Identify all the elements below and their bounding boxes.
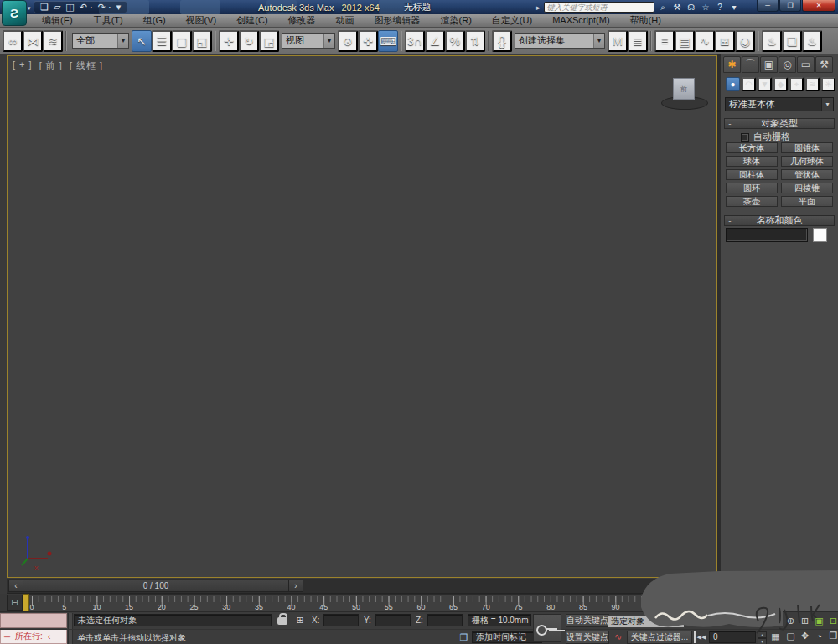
tab-create[interactable]: ✱: [723, 56, 741, 73]
menu-item-modifiers[interactable]: 修改器: [278, 14, 326, 27]
chevron-down-icon[interactable]: ▾: [117, 34, 128, 48]
communication-center-icon[interactable]: ☊: [686, 3, 697, 12]
orbit-button[interactable]: ◔: [813, 630, 825, 642]
window-crossing-button[interactable]: ◱: [192, 30, 212, 52]
select-and-rotate-button[interactable]: ↻: [239, 30, 259, 52]
subtab-shapes[interactable]: ◠: [742, 77, 756, 91]
infocenter-options-icon[interactable]: ▾: [729, 3, 740, 12]
object-type-pyramid-button[interactable]: 四棱锥: [781, 183, 833, 193]
align-button[interactable]: ≣: [628, 30, 648, 52]
material-editor-button[interactable]: ◉: [735, 30, 755, 52]
object-type-torus-button[interactable]: 圆环: [726, 183, 778, 193]
tab-modify[interactable]: ⌒: [742, 56, 759, 73]
curve-editor-button[interactable]: ∿: [695, 30, 715, 52]
rectangular-selection-region-button[interactable]: ▢: [172, 30, 192, 52]
reference-coordinate-system-dropdown[interactable]: 视图▾: [282, 33, 335, 49]
viewport-front[interactable]: [ + ] [ 前 ] [ 线框 ] 前 x: [7, 55, 717, 578]
render-setup-button[interactable]: ♨: [762, 30, 782, 52]
viewcube[interactable]: 前: [660, 75, 710, 113]
collapse-icon[interactable]: -: [725, 216, 735, 225]
open-mini-curve-editor-button[interactable]: ⊟: [7, 595, 23, 611]
subtab-lights[interactable]: ▼: [758, 77, 772, 91]
select-and-move-button[interactable]: ✛: [219, 30, 239, 52]
object-type-cylinder-button[interactable]: 圆柱体: [726, 169, 778, 180]
previous-frame-button[interactable]: ‹: [8, 580, 23, 592]
rendered-frame-window-button[interactable]: ❏: [782, 30, 802, 52]
schematic-view-button[interactable]: ⊞: [715, 30, 735, 52]
menu-item-tools[interactable]: 工具(T): [83, 14, 133, 27]
selection-lock-toggle[interactable]: [276, 616, 289, 626]
render-production-button[interactable]: ♨: [802, 30, 822, 52]
subscription-icon[interactable]: ⚒: [672, 3, 683, 12]
zoom-region-button[interactable]: ▢: [784, 630, 797, 642]
open-file-icon[interactable]: ▱: [54, 2, 60, 13]
rollout-name-color[interactable]: - 名称和颜色: [724, 215, 835, 226]
zoom-extents-button[interactable]: ▣: [813, 615, 825, 627]
menu-item-animation[interactable]: 动画: [326, 14, 365, 27]
bind-to-space-warp-button[interactable]: ≋: [43, 30, 63, 52]
tab-display[interactable]: ▭: [797, 56, 815, 73]
toggle-set-key-mode-button[interactable]: [533, 614, 561, 642]
new-scene-icon[interactable]: ❏: [40, 2, 49, 13]
select-and-link-button[interactable]: ∞: [3, 30, 23, 52]
time-slider-handle[interactable]: ‹ 0 / 100 ›: [8, 580, 303, 592]
minimize-button[interactable]: ─: [757, 0, 779, 12]
object-type-plane-button[interactable]: 平面: [781, 196, 833, 207]
object-color-swatch[interactable]: [813, 228, 827, 242]
object-type-tube-button[interactable]: 管状体: [781, 169, 833, 180]
close-button[interactable]: ✕: [802, 0, 835, 12]
pan-button[interactable]: ✥: [799, 630, 811, 642]
menu-item-maxscript[interactable]: MAXScript(M): [542, 14, 619, 27]
save-file-icon[interactable]: ◫: [65, 2, 74, 13]
object-type-box-button[interactable]: 长方体: [726, 142, 778, 153]
application-menu-button[interactable]: Ƨ: [2, 0, 27, 26]
viewport-menu-general[interactable]: [ + ]: [13, 59, 33, 72]
tab-hierarchy[interactable]: ▣: [760, 56, 778, 73]
chevron-down-icon[interactable]: ▾: [593, 34, 604, 48]
set-key-button[interactable]: 设置关键点: [566, 631, 609, 644]
toolbar-options-icon[interactable]: ▾: [116, 2, 122, 13]
select-by-name-button[interactable]: ☰: [152, 30, 172, 52]
tab-utilities[interactable]: ⚒: [815, 56, 833, 73]
chevron-down-icon[interactable]: ▾: [323, 34, 334, 48]
selection-filter-dropdown[interactable]: 全部▾: [72, 33, 129, 49]
next-frame-button[interactable]: ›: [288, 580, 303, 592]
edit-named-selection-sets-button[interactable]: {}: [492, 30, 512, 52]
menu-item-edit[interactable]: 编辑(E): [32, 14, 83, 27]
collapse-icon[interactable]: -: [725, 119, 735, 128]
coord-z-field[interactable]: [427, 614, 463, 626]
menu-item-create[interactable]: 创建(C): [226, 14, 277, 27]
search-icon[interactable]: ⌕: [658, 3, 669, 13]
unlink-selection-button[interactable]: ⋈: [23, 30, 43, 52]
spinner-snap-toggle-button[interactable]: ⇅: [465, 30, 485, 52]
spinner-down-icon[interactable]: ▼: [758, 638, 767, 644]
use-pivot-point-center-button[interactable]: ⊙: [338, 30, 358, 52]
coord-y-field[interactable]: [375, 614, 411, 626]
select-and-scale-button[interactable]: ◲: [259, 30, 279, 52]
chevron-down-icon[interactable]: ▾: [821, 98, 833, 111]
favorites-icon[interactable]: ☆: [701, 3, 711, 12]
percent-snap-toggle-button[interactable]: %: [445, 30, 465, 52]
zoom-all-button[interactable]: ⊞: [799, 615, 811, 627]
current-frame-indicator[interactable]: [23, 594, 29, 611]
subtab-helpers[interactable]: ⌖: [789, 77, 804, 91]
menu-item-customize[interactable]: 自定义(U): [482, 14, 542, 27]
zoom-extents-all-button[interactable]: ⊡: [827, 615, 838, 627]
new-key-tangent-icon[interactable]: ∿: [612, 631, 624, 643]
zoom-button[interactable]: ⊕: [784, 615, 797, 627]
maximize-viewport-button[interactable]: ❒: [827, 630, 838, 642]
tab-motion[interactable]: ◎: [779, 56, 796, 73]
autogrid-checkbox[interactable]: [741, 133, 749, 142]
viewport-menu-pov[interactable]: [ 前 ]: [39, 59, 63, 72]
graphite-modeling-tools-button[interactable]: ▤: [675, 30, 695, 52]
absolute-mode-toggle[interactable]: ⊞: [293, 614, 307, 626]
time-slider-value[interactable]: 0 / 100: [23, 580, 288, 592]
subtab-geometry[interactable]: ●: [726, 77, 740, 91]
object-type-teapot-button[interactable]: 茶壶: [726, 196, 778, 207]
help-icon[interactable]: ?: [715, 3, 726, 12]
menu-item-help[interactable]: 帮助(H): [620, 14, 671, 27]
angle-snap-toggle-button[interactable]: ∠: [425, 30, 445, 52]
subtab-space-warps[interactable]: ≋: [805, 77, 820, 91]
subtab-cameras[interactable]: ◆: [773, 77, 788, 91]
select-and-manipulate-button[interactable]: ✜: [358, 30, 378, 52]
